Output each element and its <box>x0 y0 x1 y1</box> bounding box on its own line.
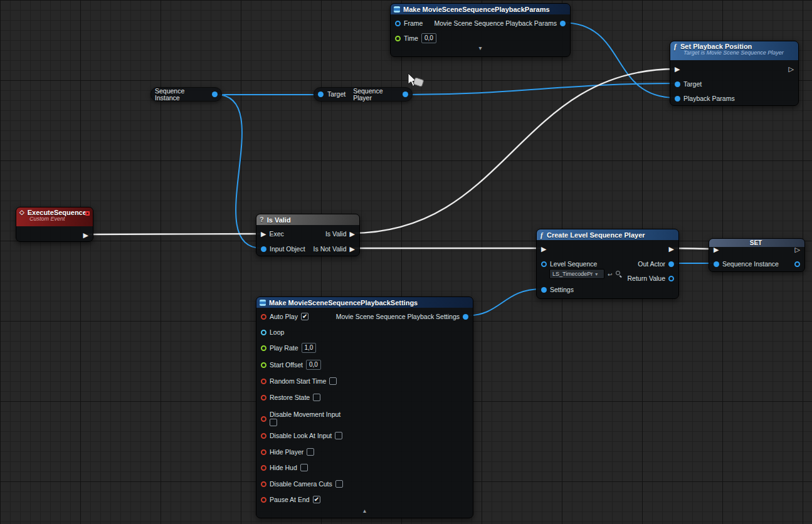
node-make-playback-settings[interactable]: Make MovieSceneSequencePlaybackSettings … <box>256 296 473 518</box>
sequence-instance-out-pin[interactable] <box>794 261 800 267</box>
node-is-valid[interactable]: Is Valid Exec Is Valid Input Object Is N… <box>256 214 360 256</box>
is-not-valid-exec-out-pin[interactable] <box>350 246 355 253</box>
node-create-level-sequence-player[interactable]: Create Level Sequence Player Level Seque… <box>536 229 679 299</box>
pin-label: Disable Movement Input <box>270 411 340 418</box>
random-start-time-pin[interactable] <box>261 379 266 384</box>
node-get-sequence-instance[interactable]: Sequence Instance <box>150 87 222 102</box>
out-actor-pin[interactable] <box>668 261 674 267</box>
play-rate-pin[interactable] <box>261 345 266 351</box>
node-get-sequence-player[interactable]: Target Sequence Player <box>314 87 413 102</box>
node-title: Create Level Sequence Player <box>547 231 645 239</box>
dropdown-caret-icon <box>595 271 598 277</box>
hide-player-pin[interactable] <box>261 449 266 455</box>
node-header[interactable]: Make MovieSceneSequencePlaybackSettings <box>256 297 473 308</box>
pin-label: Return Value <box>627 275 665 282</box>
node-set-playback-position[interactable]: Set Playback Position Target is Movie Sc… <box>670 41 799 106</box>
asset-picker-dropdown[interactable]: LS_TimecodePr <box>549 269 604 279</box>
wire-sequence-instance-to-input-object[interactable] <box>216 95 261 248</box>
disable-movement-input-pin[interactable] <box>261 416 266 422</box>
pin-label: Auto Play <box>270 313 298 320</box>
exec-in-pin[interactable] <box>714 246 719 253</box>
wire-exec-event-to-isvalid[interactable] <box>85 234 262 234</box>
hide-hud-checkbox[interactable] <box>300 464 308 471</box>
disable-camera-cuts-pin[interactable] <box>261 481 266 487</box>
random-start-time-checkbox[interactable] <box>329 377 337 385</box>
pin-label: Disable Camera Cuts <box>270 481 332 488</box>
node-title: Make MovieSceneSequencePlaybackSettings <box>269 299 418 307</box>
disable-look-at-input-checkbox[interactable] <box>335 432 342 439</box>
node-header[interactable]: SET <box>709 239 804 247</box>
blueprint-graph[interactable]: Make MovieSceneSequencePlaybackParams Fr… <box>0 0 812 524</box>
return-value-pin[interactable] <box>668 276 674 281</box>
exec-in-pin[interactable] <box>261 231 266 238</box>
node-header[interactable]: ExecuteSequence Custom Event <box>16 207 93 226</box>
collapse-chevron-icon[interactable] <box>363 508 366 514</box>
wire-settings-to-settings-pin[interactable] <box>465 289 542 316</box>
pin-label: Hide Player <box>270 449 303 456</box>
browse-asset-icon[interactable] <box>616 271 622 277</box>
exec-out-pin[interactable] <box>83 232 88 239</box>
pin-label: Playback Params <box>683 95 735 102</box>
disable-movement-input-checkbox[interactable] <box>270 419 277 426</box>
disable-look-at-input-pin[interactable] <box>261 433 266 439</box>
collapse-chevron-icon[interactable] <box>478 45 482 51</box>
pin-label: Input Object <box>270 246 305 253</box>
pause-at-end-pin[interactable] <box>261 497 266 503</box>
node-execute-sequence-event[interactable]: ExecuteSequence Custom Event <box>16 207 93 242</box>
settings-pin[interactable] <box>541 287 547 293</box>
node-header[interactable]: Make MovieSceneSequencePlaybackParams <box>391 4 570 14</box>
node-set-sequence-instance[interactable]: SET Sequence Instance <box>709 238 805 272</box>
is-valid-exec-out-pin[interactable] <box>350 231 355 238</box>
hide-player-checkbox[interactable] <box>307 448 314 456</box>
playback-params-out-pin[interactable] <box>560 21 566 26</box>
pin-label: Exec <box>269 231 283 238</box>
use-selected-asset-icon[interactable] <box>608 270 613 278</box>
exec-in-pin[interactable] <box>675 66 680 73</box>
disable-camera-cuts-checkbox[interactable] <box>335 480 343 488</box>
target-pin[interactable] <box>675 81 680 87</box>
play-rate-input[interactable]: 1,0 <box>302 343 317 353</box>
node-subtitle: Target is Movie Scene Sequence Player <box>683 50 793 56</box>
sequence-player-out-pin[interactable] <box>403 92 408 97</box>
pause-at-end-checkbox[interactable] <box>313 496 320 503</box>
variable-label: Sequence Instance <box>155 88 208 101</box>
make-struct-icon <box>260 300 266 306</box>
restore-state-checkbox[interactable] <box>313 394 320 401</box>
pin-label: Level Sequence <box>550 261 597 268</box>
pin-label: Is Valid <box>325 231 347 238</box>
exec-out-pin[interactable] <box>795 246 800 253</box>
exec-in-pin[interactable] <box>541 246 546 253</box>
pin-label: Frame <box>404 20 423 27</box>
hide-hud-pin[interactable] <box>261 465 266 471</box>
playback-params-pin[interactable] <box>675 96 680 102</box>
auto-play-pin[interactable] <box>261 314 266 320</box>
playback-settings-out-pin[interactable] <box>463 314 468 320</box>
loop-pin[interactable] <box>261 330 266 335</box>
start-offset-pin[interactable] <box>261 362 266 368</box>
pin-label: Disable Look At Input <box>270 432 332 439</box>
frame-pin[interactable] <box>395 21 401 26</box>
pin-label: Sequence Player <box>353 88 399 101</box>
node-header[interactable]: Create Level Sequence Player <box>537 229 678 240</box>
target-in-pin[interactable] <box>318 92 324 97</box>
time-pin[interactable] <box>395 36 401 41</box>
function-icon <box>540 231 544 239</box>
input-object-pin[interactable] <box>261 246 266 252</box>
node-header[interactable]: Set Playback Position Target is Movie Sc… <box>670 41 798 60</box>
pin-label: Time <box>404 35 418 42</box>
start-offset-input[interactable]: 0,0 <box>306 360 321 370</box>
wire-sequence-player-to-target[interactable] <box>407 83 675 95</box>
exec-out-pin[interactable] <box>669 246 674 253</box>
time-value-input[interactable]: 0,0 <box>421 33 436 43</box>
auto-play-checkbox[interactable] <box>301 313 308 320</box>
delegate-pin[interactable] <box>85 211 90 216</box>
sequence-instance-out-pin[interactable] <box>212 92 218 97</box>
node-header[interactable]: Is Valid <box>256 214 359 225</box>
restore-state-pin[interactable] <box>261 395 266 401</box>
level-sequence-pin[interactable] <box>541 261 547 267</box>
exec-out-pin[interactable] <box>789 66 794 73</box>
node-title: Is Valid <box>267 216 291 224</box>
sequence-instance-in-pin[interactable] <box>714 261 719 267</box>
node-make-playback-params[interactable]: Make MovieSceneSequencePlaybackParams Fr… <box>390 3 571 57</box>
asset-name: LS_TimecodePr <box>552 271 593 277</box>
